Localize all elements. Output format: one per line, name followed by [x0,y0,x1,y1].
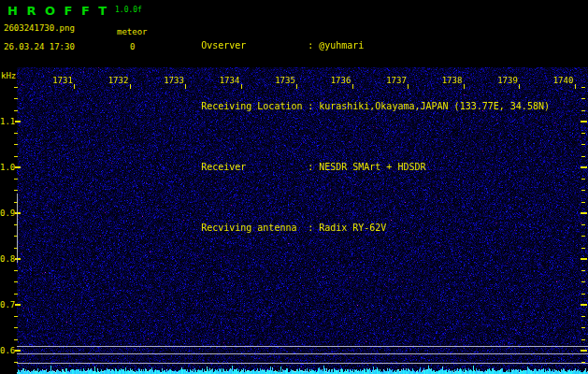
observation-datetime: 26.03.24 17:30 [4,42,75,51]
x-tick-label: 1735 [275,76,295,85]
y-minor-tick-right [581,294,585,295]
y-minor-tick-left [14,281,18,282]
info-row-location: Receiving Location:kurashiki,Okayama,JAP… [167,88,550,124]
y-minor-tick-right [581,236,585,237]
y-minor-tick-right [581,190,585,191]
y-minor-tick-right [581,248,585,249]
y-major-tick-right [581,212,587,214]
y-minor-tick-left [14,339,18,340]
y-major-tick-left [15,212,21,214]
x-tick-mark [575,84,576,89]
x-tick-label: 1739 [497,76,518,85]
x-tick-label: 1736 [331,76,351,85]
info-label: Ovserver [201,39,308,51]
y-minor-tick-left [14,133,18,134]
x-tick-mark [130,84,131,89]
reference-line [17,353,588,354]
info-label: Receiver [201,161,308,173]
x-tick-mark [464,84,465,89]
y-minor-tick-left [14,110,18,111]
y-minor-tick-left [14,156,18,157]
info-value: NESDR SMArt + HDSDR [319,162,425,172]
x-tick-label: 1738 [442,76,463,85]
y-minor-tick-right [581,327,585,328]
y-tick-label: 0.7 [0,300,15,309]
y-major-tick-right [581,304,587,306]
y-minor-tick-right [581,202,585,203]
y-tick-label: 0.9 [0,209,15,218]
y-minor-tick-right [581,87,585,88]
info-label: Recviving antenna [201,222,308,234]
app-version: 1.0.0f [115,6,142,14]
y-minor-tick-right [581,316,585,317]
y-minor-tick-right [581,144,585,145]
info-row-receiver: Receiver:NESDR SMArt + HDSDR [167,149,550,185]
y-minor-tick-left [14,190,18,191]
x-tick-label: 1733 [164,76,184,85]
x-tick-mark [352,84,353,89]
y-minor-tick-right [581,156,585,157]
y-major-tick-left [15,258,21,260]
y-minor-tick-right [581,224,585,225]
y-tick-label: 1.0 [0,163,15,172]
x-tick-mark [519,84,520,89]
calibration-marker-line [17,194,18,263]
hrofft-screenshot: H R O F F T 1.0.0f 2603241730.png meteor… [0,0,588,374]
x-tick-mark [241,84,242,89]
y-minor-tick-left [14,294,18,295]
y-major-tick-right [581,350,587,352]
info-label: Receiving Location [201,100,308,112]
x-tick-label: 1731 [52,76,73,85]
echo-count: 0 [130,42,135,51]
reference-line [17,346,588,347]
y-minor-tick-left [14,327,18,328]
y-major-tick-left [15,121,21,122]
x-tick-label: 1737 [386,76,407,85]
info-value: @yuhmari [319,40,364,50]
y-major-tick-right [581,121,587,122]
y-tick-label: 0.6 [0,346,15,355]
x-tick-label: 1732 [108,76,129,85]
output-filename: 2603241730.png [4,23,75,33]
info-colon: : [308,222,319,234]
y-minor-tick-left [14,98,18,99]
y-minor-tick-right [581,110,585,111]
x-tick-mark [296,84,297,89]
y-minor-tick-left [14,316,18,317]
y-minor-tick-right [581,281,585,282]
x-tick-label: 1734 [220,76,240,85]
y-minor-tick-left [14,144,18,145]
y-minor-tick-right [581,98,585,99]
y-axis-unit-label: kHz [1,71,16,80]
y-major-tick-left [15,166,21,168]
app-title: H R O F F T [7,4,109,18]
info-row-antenna: Recviving antenna:Radix RY-62V [167,209,550,246]
y-minor-tick-right [581,339,585,340]
y-minor-tick-left [14,87,18,88]
info-value: kurashiki,Okayama,JAPAN (133.77E, 34.58N… [319,101,550,111]
y-minor-tick-left [14,179,18,180]
x-tick-label: 1740 [553,76,574,85]
y-tick-label: 1.1 [0,117,15,126]
y-minor-tick-left [14,270,18,271]
info-colon: : [308,39,319,51]
y-minor-tick-right [581,270,585,271]
info-colon: : [308,100,319,112]
y-minor-tick-right [581,179,585,180]
x-tick-mark [408,84,409,89]
x-tick-mark [185,84,186,89]
info-colon: : [308,161,319,173]
x-tick-mark [74,84,75,89]
y-major-tick-right [581,258,587,260]
y-minor-tick-right [581,133,585,134]
reference-line [17,363,588,364]
mode-label: meteor [117,27,148,36]
info-row-observer: Ovserver:@yuhmari [167,27,550,64]
y-tick-label: 0.8 [0,254,15,264]
observer-info-block: Ovserver:@yuhmari Receiving Location:kur… [167,3,550,270]
y-major-tick-right [581,166,587,168]
y-major-tick-left [15,350,21,352]
y-major-tick-left [15,304,21,306]
info-value: Radix RY-62V [319,223,386,233]
